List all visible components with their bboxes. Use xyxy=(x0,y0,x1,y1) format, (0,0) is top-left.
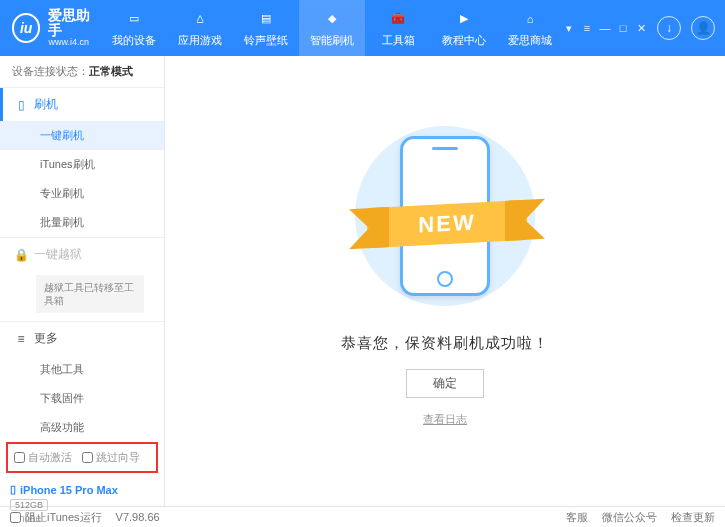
nav-store[interactable]: ⌂爱思商城 xyxy=(497,0,563,56)
device-icon: ▭ xyxy=(124,9,144,29)
nav-smartflash[interactable]: ◆智能刷机 xyxy=(299,0,365,56)
sidebar-item-pro[interactable]: 专业刷机 xyxy=(0,179,164,208)
block-itunes-checkbox[interactable]: 阻止iTunes运行 xyxy=(10,510,102,525)
top-nav: ▭我的设备 ⩟应用游戏 ▤铃声壁纸 ◆智能刷机 🧰工具箱 ▶教程中心 ⌂爱思商城 xyxy=(101,0,563,56)
view-log-link[interactable]: 查看日志 xyxy=(423,412,467,427)
section-flash[interactable]: ▯刷机 xyxy=(0,88,164,121)
options-box: 自动激活 跳过向导 xyxy=(6,442,158,473)
footer-update[interactable]: 检查更新 xyxy=(671,510,715,525)
sidebar-item-firmware[interactable]: 下载固件 xyxy=(0,384,164,413)
nav-mydevice[interactable]: ▭我的设备 xyxy=(101,0,167,56)
minimize-icon[interactable]: — xyxy=(599,22,611,34)
tutorial-icon: ▶ xyxy=(454,9,474,29)
close-icon[interactable]: ✕ xyxy=(635,22,647,34)
menu-icon[interactable]: ▾ xyxy=(563,22,575,34)
sidebar-item-itunes[interactable]: iTunes刷机 xyxy=(0,150,164,179)
download-button[interactable]: ↓ xyxy=(657,16,681,40)
flash-icon: ◆ xyxy=(322,9,342,29)
footer-support[interactable]: 客服 xyxy=(566,510,588,525)
footer-wechat[interactable]: 微信公众号 xyxy=(602,510,657,525)
sidebar-item-batch[interactable]: 批量刷机 xyxy=(0,208,164,237)
nav-ringtones[interactable]: ▤铃声壁纸 xyxy=(233,0,299,56)
success-message: 恭喜您，保资料刷机成功啦！ xyxy=(341,334,549,353)
sidebar-item-othertools[interactable]: 其他工具 xyxy=(0,355,164,384)
nav-toolbox[interactable]: 🧰工具箱 xyxy=(365,0,431,56)
phone-icon: ▯ xyxy=(14,98,28,112)
user-button[interactable]: 👤 xyxy=(691,16,715,40)
section-jailbreak: 🔒一键越狱 xyxy=(0,238,164,271)
version-label: V7.98.66 xyxy=(116,511,160,523)
brand-url: www.i4.cn xyxy=(48,38,101,48)
success-illustration: NEW xyxy=(345,116,545,316)
wallpaper-icon: ▤ xyxy=(256,9,276,29)
ok-button[interactable]: 确定 xyxy=(406,369,484,398)
connection-status: 设备连接状态：正常模式 xyxy=(0,56,164,87)
brand-title: 爱思助手 xyxy=(48,8,101,39)
nav-tutorials[interactable]: ▶教程中心 xyxy=(431,0,497,56)
sidebar-item-oneclick[interactable]: 一键刷机 xyxy=(0,121,164,150)
store-icon: ⌂ xyxy=(520,9,540,29)
brand-logo-icon: iu xyxy=(12,13,40,43)
new-ribbon: NEW xyxy=(367,199,527,247)
nav-apps[interactable]: ⩟应用游戏 xyxy=(167,0,233,56)
settings-icon[interactable]: ≡ xyxy=(581,22,593,34)
sidebar-item-advanced[interactable]: 高级功能 xyxy=(0,413,164,442)
maximize-icon[interactable]: □ xyxy=(617,22,629,34)
lock-icon: 🔒 xyxy=(14,248,28,262)
apps-icon: ⩟ xyxy=(190,9,210,29)
more-icon: ≡ xyxy=(14,332,28,346)
skip-setup-checkbox[interactable]: 跳过向导 xyxy=(82,450,140,465)
brand: iu 爱思助手 www.i4.cn xyxy=(12,8,101,49)
main-content: NEW 恭喜您，保资料刷机成功啦！ 确定 查看日志 xyxy=(165,56,725,506)
jailbreak-note: 越狱工具已转移至工具箱 xyxy=(36,275,144,313)
toolbox-icon: 🧰 xyxy=(388,9,408,29)
section-more[interactable]: ≡更多 xyxy=(0,322,164,355)
auto-activate-checkbox[interactable]: 自动激活 xyxy=(14,450,72,465)
device-phone-icon: ▯ xyxy=(10,483,16,496)
